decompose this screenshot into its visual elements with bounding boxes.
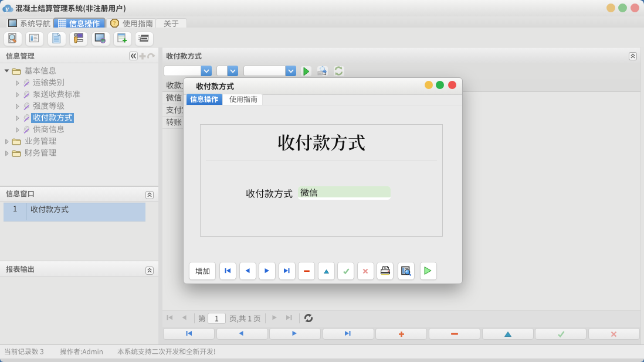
svg-text:?: ?	[113, 20, 116, 26]
svg-text:y: y	[5, 5, 9, 13]
